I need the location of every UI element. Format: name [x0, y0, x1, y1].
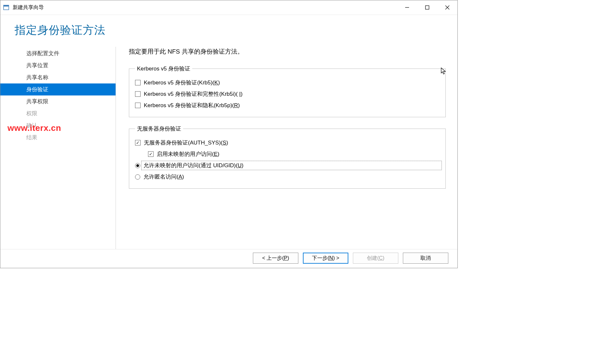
- allow-uid-gid-radio[interactable]: 允许未映射的用户访问(通过 UID/GID)(U): [135, 160, 440, 171]
- step-share-location[interactable]: 共享位置: [0, 59, 116, 71]
- window-title: 新建共享向导: [13, 4, 44, 11]
- checkbox-icon: [135, 103, 141, 108]
- minimize-button[interactable]: [397, 0, 417, 15]
- enable-unmapped-label: 启用未映射的用户访问(E): [157, 150, 219, 158]
- kerberos-krb5-checkbox[interactable]: Kerberos v5 身份验证(Krb5)(K): [135, 77, 440, 88]
- authsys-label: 无服务器身份验证(AUTH_SYS)(S): [144, 139, 228, 146]
- allow-anonymous-radio[interactable]: 允许匿名访问(A): [135, 171, 440, 182]
- kerberos-krb5p-label: Kerberos v5 身份验证和隐私(Krb5p)(R): [144, 102, 240, 109]
- step-share-permissions[interactable]: 共享权限: [0, 95, 116, 107]
- checkbox-checked-icon: [135, 140, 141, 145]
- next-button[interactable]: 下一步(N) >: [303, 253, 348, 264]
- cancel-button[interactable]: 取消: [403, 253, 448, 264]
- previous-button[interactable]: < 上一步(P): [253, 253, 298, 264]
- step-result: 结果: [0, 132, 116, 144]
- close-button[interactable]: [437, 0, 457, 15]
- kerberos-legend: Kerberos v5 身份验证: [135, 65, 192, 72]
- radio-icon: [135, 174, 140, 180]
- authsys-checkbox[interactable]: 无服务器身份验证(AUTH_SYS)(S): [135, 137, 440, 148]
- step-permissions: 权限: [0, 107, 116, 119]
- kerberos-krb5p-checkbox[interactable]: Kerberos v5 身份验证和隐私(Krb5p)(R): [135, 100, 440, 111]
- kerberos-krb5i-label: Kerberos v5 身份验证和完整性(Krb5i)( I): [144, 90, 243, 98]
- titlebar: 新建共享向导: [0, 0, 457, 15]
- kerberos-krb5-label: Kerberos v5 身份验证(Krb5)(K): [144, 79, 220, 86]
- wizard-footer: < 上一步(P) 下一步(N) > 创建(C) 取消: [0, 249, 457, 268]
- svg-rect-3: [426, 6, 429, 9]
- page-title: 指定身份验证方法: [15, 23, 457, 38]
- checkbox-icon: [135, 80, 141, 85]
- kerberos-group: Kerberos v5 身份验证 Kerberos v5 身份验证(Krb5)(…: [129, 65, 446, 117]
- steps-sidebar: 选择配置文件 共享位置 共享名称 身份验证 共享权限 权限 确认 结果: [0, 44, 116, 249]
- svg-rect-1: [4, 5, 9, 6]
- allow-anonymous-label: 允许匿名访问(A): [143, 173, 184, 181]
- noserver-group: 无服务器身份验证 无服务器身份验证(AUTH_SYS)(S) 启用未映射的用户访…: [129, 125, 446, 189]
- step-share-name[interactable]: 共享名称: [0, 71, 116, 83]
- kerberos-krb5i-checkbox[interactable]: Kerberos v5 身份验证和完整性(Krb5i)( I): [135, 88, 440, 100]
- enable-unmapped-checkbox[interactable]: 启用未映射的用户访问(E): [135, 148, 440, 160]
- allow-uid-gid-label: 允许未映射的用户访问(通过 UID/GID)(U): [141, 161, 442, 170]
- create-button: 创建(C): [353, 253, 398, 264]
- checkbox-checked-icon: [148, 151, 154, 157]
- app-icon: [3, 4, 9, 11]
- intro-text: 指定要用于此 NFS 共享的身份验证方法。: [129, 47, 446, 56]
- step-confirm: 确认: [0, 119, 116, 132]
- step-authentication[interactable]: 身份验证: [0, 83, 116, 95]
- wizard-window: www.iterx.cn 新建共享向导: [0, 0, 458, 268]
- step-select-profile[interactable]: 选择配置文件: [0, 47, 116, 59]
- noserver-legend: 无服务器身份验证: [135, 125, 183, 132]
- radio-selected-icon: [135, 163, 140, 168]
- checkbox-icon: [135, 91, 141, 97]
- main-panel: 指定要用于此 NFS 共享的身份验证方法。 Kerberos v5 身份验证 K…: [116, 44, 457, 249]
- maximize-button[interactable]: [417, 0, 437, 15]
